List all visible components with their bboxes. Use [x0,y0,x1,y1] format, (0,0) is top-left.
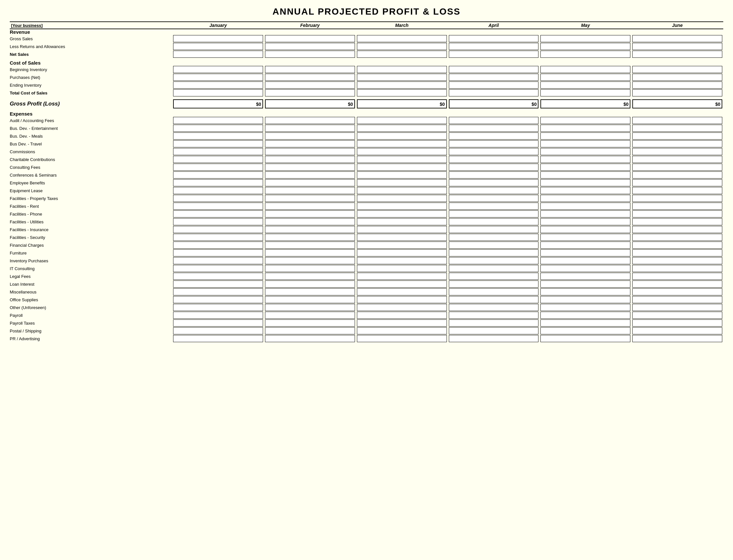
data-cell-3[interactable] [448,179,540,187]
data-cell-4[interactable] [540,66,631,73]
data-cell-4[interactable] [540,233,631,241]
gross-profit-cell-0[interactable]: $0 [172,99,264,109]
data-cell-3[interactable] [448,304,540,311]
data-cell-0[interactable] [172,35,264,43]
data-cell-5[interactable] [631,226,723,233]
data-cell-1[interactable] [264,265,356,272]
data-cell-5[interactable] [631,257,723,265]
data-cell-4[interactable] [540,265,631,272]
data-cell-4[interactable] [540,171,631,179]
data-cell-0[interactable] [172,319,264,327]
data-cell-4[interactable] [540,272,631,280]
data-cell-4[interactable] [540,156,631,163]
data-cell-3[interactable] [448,233,540,241]
data-cell-5[interactable] [631,81,723,89]
data-cell-4[interactable] [540,218,631,226]
data-cell-0[interactable] [172,50,264,58]
gross-profit-cell-4[interactable]: $0 [540,99,631,109]
data-cell-2[interactable] [356,226,448,233]
data-cell-0[interactable] [172,226,264,233]
data-cell-5[interactable] [631,66,723,73]
data-cell-1[interactable] [264,50,356,58]
data-cell-4[interactable] [540,132,631,140]
data-cell-2[interactable] [356,335,448,342]
data-cell-0[interactable] [172,73,264,81]
data-cell-0[interactable] [172,257,264,265]
data-cell-1[interactable] [264,288,356,296]
data-cell-5[interactable] [631,233,723,241]
data-cell-3[interactable] [448,241,540,249]
data-cell-5[interactable] [631,319,723,327]
data-cell-1[interactable] [264,81,356,89]
data-cell-0[interactable] [172,148,264,156]
data-cell-3[interactable] [448,132,540,140]
data-cell-5[interactable] [631,148,723,156]
data-cell-3[interactable] [448,140,540,148]
data-cell-3[interactable] [448,288,540,296]
gross-profit-cell-2[interactable]: $0 [356,99,448,109]
data-cell-1[interactable] [264,187,356,194]
data-cell-1[interactable] [264,311,356,319]
data-cell-4[interactable] [540,140,631,148]
data-cell-2[interactable] [356,35,448,43]
data-cell-2[interactable] [356,327,448,335]
data-cell-2[interactable] [356,194,448,202]
data-cell-2[interactable] [356,81,448,89]
data-cell-5[interactable] [631,218,723,226]
data-cell-1[interactable] [264,241,356,249]
data-cell-0[interactable] [172,89,264,97]
data-cell-4[interactable] [540,319,631,327]
data-cell-3[interactable] [448,327,540,335]
data-cell-0[interactable] [172,202,264,210]
data-cell-5[interactable] [631,156,723,163]
data-cell-4[interactable] [540,280,631,288]
data-cell-1[interactable] [264,132,356,140]
data-cell-3[interactable] [448,156,540,163]
data-cell-1[interactable] [264,257,356,265]
data-cell-2[interactable] [356,296,448,304]
data-cell-1[interactable] [264,89,356,97]
gross-profit-cell-3[interactable]: $0 [448,99,540,109]
data-cell-5[interactable] [631,43,723,50]
data-cell-2[interactable] [356,171,448,179]
data-cell-5[interactable] [631,89,723,97]
data-cell-0[interactable] [172,156,264,163]
data-cell-5[interactable] [631,194,723,202]
data-cell-3[interactable] [448,218,540,226]
data-cell-3[interactable] [448,194,540,202]
data-cell-3[interactable] [448,117,540,124]
data-cell-1[interactable] [264,226,356,233]
data-cell-2[interactable] [356,140,448,148]
data-cell-3[interactable] [448,296,540,304]
data-cell-5[interactable] [631,202,723,210]
data-cell-4[interactable] [540,148,631,156]
data-cell-1[interactable] [264,202,356,210]
data-cell-2[interactable] [356,66,448,73]
data-cell-2[interactable] [356,257,448,265]
data-cell-2[interactable] [356,187,448,194]
data-cell-2[interactable] [356,89,448,97]
data-cell-3[interactable] [448,257,540,265]
data-cell-0[interactable] [172,304,264,311]
data-cell-1[interactable] [264,156,356,163]
data-cell-3[interactable] [448,73,540,81]
data-cell-4[interactable] [540,241,631,249]
data-cell-5[interactable] [631,327,723,335]
data-cell-2[interactable] [356,233,448,241]
data-cell-5[interactable] [631,35,723,43]
data-cell-1[interactable] [264,73,356,81]
data-cell-4[interactable] [540,327,631,335]
data-cell-2[interactable] [356,202,448,210]
data-cell-2[interactable] [356,319,448,327]
data-cell-0[interactable] [172,288,264,296]
data-cell-0[interactable] [172,132,264,140]
data-cell-1[interactable] [264,163,356,171]
data-cell-3[interactable] [448,50,540,58]
data-cell-0[interactable] [172,163,264,171]
data-cell-4[interactable] [540,226,631,233]
data-cell-5[interactable] [631,335,723,342]
data-cell-0[interactable] [172,249,264,257]
data-cell-3[interactable] [448,335,540,342]
data-cell-2[interactable] [356,156,448,163]
data-cell-4[interactable] [540,89,631,97]
